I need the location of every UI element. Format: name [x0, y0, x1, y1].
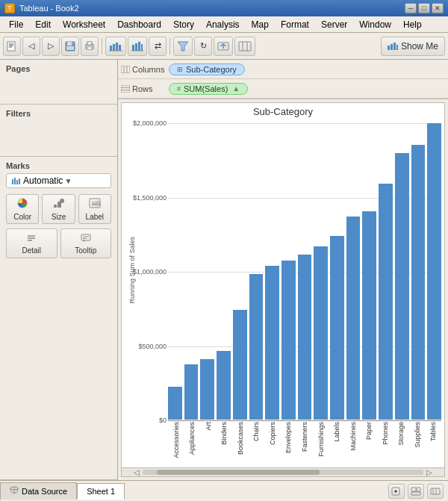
- toolbar-swap-button[interactable]: ⇄: [149, 37, 167, 56]
- svg-rect-12: [113, 44, 115, 51]
- bar-16[interactable]: [427, 123, 441, 420]
- menu-edit[interactable]: Edit: [29, 18, 57, 31]
- svg-rect-6: [72, 42, 73, 44]
- bar-0[interactable]: [168, 387, 182, 420]
- bar-11[interactable]: [346, 217, 361, 420]
- bar-3[interactable]: [217, 351, 231, 420]
- toolbar-columns-button[interactable]: [234, 37, 255, 56]
- svg-rect-29: [393, 43, 396, 50]
- menu-window[interactable]: Window: [353, 18, 397, 31]
- label-icon: Abc125: [89, 197, 101, 211]
- menu-dashboard[interactable]: Dashboard: [111, 18, 167, 31]
- menu-server[interactable]: Server: [315, 18, 353, 31]
- color-button[interactable]: Color: [6, 194, 39, 224]
- main-layout: Pages Filters Marks Automatic ▼ Color: [0, 60, 448, 480]
- x-label-text-10: Labels: [333, 422, 340, 442]
- x-label-13: Phones: [377, 420, 393, 470]
- x-label-text-7: Envelopes: [284, 422, 292, 453]
- bar-13[interactable]: [379, 184, 393, 420]
- toolbar-new-button[interactable]: [3, 37, 21, 56]
- toolbar-chart-button[interactable]: [105, 37, 126, 56]
- x-label-3: Binders: [217, 420, 233, 470]
- chart-title: Sub-Category: [122, 103, 444, 120]
- new-dashboard-button[interactable]: [408, 484, 424, 499]
- minimize-button[interactable]: ─: [405, 3, 417, 13]
- size-label: Size: [52, 213, 66, 221]
- rows-pill-icon: #: [177, 85, 181, 93]
- menu-format[interactable]: Format: [275, 18, 315, 31]
- rows-shelf: Rows # SUM(Sales) ▲: [118, 79, 448, 99]
- menu-file[interactable]: File: [3, 18, 29, 31]
- menu-help[interactable]: Help: [397, 18, 428, 31]
- chart-container: Sub-Category Running Sum of Sales $2,000…: [121, 102, 445, 477]
- scrollbar-thumb[interactable]: [157, 470, 320, 475]
- title-bar: T Tableau - Book2 ─ □ ✕: [0, 0, 448, 16]
- marks-type-label: Automatic: [23, 175, 65, 186]
- toolbar-chart2-button[interactable]: [128, 37, 147, 56]
- close-button[interactable]: ✕: [432, 3, 444, 13]
- columns-pill[interactable]: ⊞ Sub-Category: [169, 63, 245, 75]
- show-me-button[interactable]: Show Me: [381, 37, 445, 56]
- rows-pill[interactable]: # SUM(Sales) ▲: [169, 83, 248, 95]
- bar-12[interactable]: [362, 211, 376, 420]
- x-label-4: Bookcases: [232, 420, 249, 470]
- svg-rect-31: [12, 179, 13, 184]
- toolbar-update-button[interactable]: [214, 37, 233, 56]
- rows-shelf-label: Rows: [121, 84, 166, 93]
- pages-label: Pages: [6, 64, 111, 73]
- menu-analysis[interactable]: Analysis: [200, 18, 246, 31]
- new-worksheet-button[interactable]: [388, 484, 405, 499]
- bar-14[interactable]: [395, 153, 409, 420]
- bar-2[interactable]: [200, 359, 214, 420]
- bar-6[interactable]: [265, 266, 279, 420]
- x-label-text-9: Furnishings: [317, 422, 325, 457]
- bar-4[interactable]: [233, 310, 247, 420]
- x-label-9: Furnishings: [313, 420, 329, 470]
- svg-rect-9: [87, 42, 92, 45]
- columns-pill-text: Sub-Category: [186, 65, 237, 74]
- bar-10[interactable]: [330, 236, 344, 420]
- svg-rect-46: [81, 234, 90, 240]
- size-button[interactable]: Size: [42, 194, 75, 224]
- bar-1[interactable]: [184, 364, 199, 420]
- x-label-16: Tables: [426, 420, 442, 470]
- maximize-button[interactable]: □: [418, 3, 430, 13]
- scroll-right-arrow[interactable]: ▷: [426, 468, 432, 476]
- menu-map[interactable]: Map: [246, 18, 275, 31]
- toolbar-back-button[interactable]: ◁: [22, 37, 40, 56]
- label-button[interactable]: Abc125 Label: [78, 194, 111, 224]
- scroll-left-arrow[interactable]: ◁: [134, 468, 140, 476]
- x-label-text-15: Supplies: [414, 422, 421, 448]
- tooltip-button[interactable]: Tooltip: [60, 228, 112, 258]
- toolbar-refresh-button[interactable]: ↻: [194, 37, 212, 56]
- svg-rect-24: [239, 42, 251, 51]
- rows-pill-text: SUM(Sales): [184, 84, 228, 93]
- svg-rect-19: [141, 44, 143, 51]
- toolbar-save-button[interactable]: [61, 37, 79, 56]
- bars-and-ticks: $2,000,000 $1,500,000 $1,000,000 $500,00…: [140, 123, 441, 420]
- window-title: Tableau - Book2: [19, 4, 79, 13]
- rows-pill-delta: ▲: [232, 84, 240, 93]
- svg-rect-10: [87, 47, 92, 49]
- datasource-tab[interactable]: Data Source: [0, 482, 77, 500]
- datasource-label: Data Source: [22, 487, 67, 496]
- x-label-text-5: Chairs: [252, 422, 260, 441]
- bar-9[interactable]: [314, 246, 328, 420]
- bar-15[interactable]: [411, 145, 426, 420]
- bar-8[interactable]: [298, 255, 312, 420]
- menu-worksheet[interactable]: Worksheet: [57, 18, 111, 31]
- x-label-text-2: Art: [205, 422, 212, 431]
- bar-5[interactable]: [249, 274, 264, 420]
- menu-story[interactable]: Story: [167, 18, 200, 31]
- toolbar-forward-button[interactable]: ▷: [42, 37, 60, 56]
- new-story-button[interactable]: [427, 484, 444, 499]
- bar-7[interactable]: [281, 261, 296, 420]
- detail-button[interactable]: Detail: [6, 228, 57, 258]
- toolbar-print-button[interactable]: [81, 37, 99, 56]
- x-label-text-1: Appliances: [188, 422, 196, 455]
- sheet1-tab[interactable]: Sheet 1: [77, 483, 125, 500]
- scrollbar-track[interactable]: [143, 470, 423, 475]
- chart-area: Running Sum of Sales $2,000,000 $1,500,0…: [122, 120, 444, 473]
- toolbar-filter-button[interactable]: [173, 37, 193, 56]
- marks-type-dropdown[interactable]: Automatic ▼: [6, 173, 111, 188]
